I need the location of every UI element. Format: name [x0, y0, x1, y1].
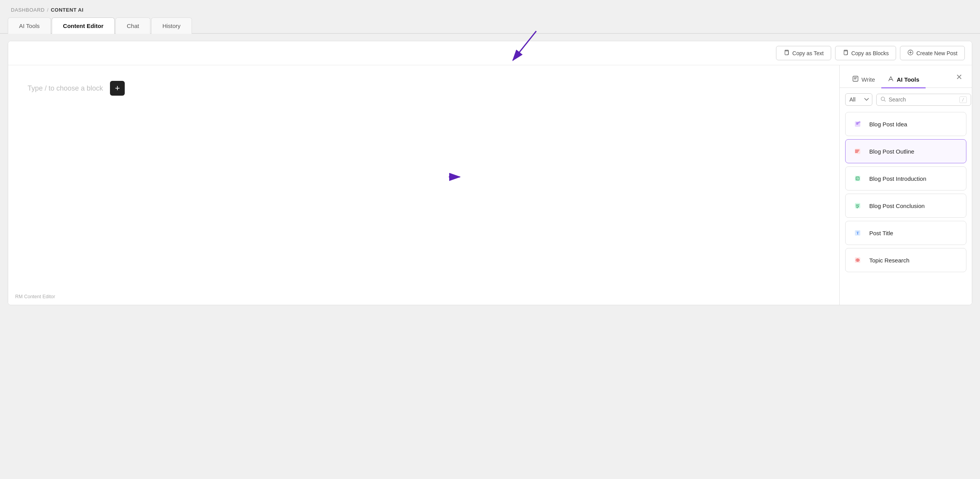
tool-item-topic-research[interactable]: Topic Research [845, 248, 966, 272]
tool-icon-blog-post-conclusion [851, 199, 864, 212]
search-shortcut: / [959, 96, 967, 103]
tool-label-blog-post-conclusion: Blog Post Conclusion [869, 203, 925, 209]
write-tab-label: Write [861, 76, 875, 83]
svg-point-4 [881, 97, 885, 100]
tool-item-blog-post-outline[interactable]: Blog Post Outline [845, 139, 966, 163]
ai-tools-tab-label: AI Tools [897, 76, 919, 83]
tool-item-blog-post-introduction[interactable]: Blog Post Introduction [845, 166, 966, 191]
create-post-icon [907, 49, 914, 57]
editor-placeholder-row: Type / to choose a block + [28, 81, 820, 96]
tab-history[interactable]: History [151, 17, 192, 34]
search-box: / [876, 94, 971, 106]
tool-icon-blog-post-idea [851, 117, 864, 131]
close-panel-button[interactable]: ✕ [953, 72, 966, 82]
tool-label-topic-research: Topic Research [869, 257, 909, 264]
tool-icon-blog-post-outline [851, 145, 864, 158]
add-block-button[interactable]: + [110, 81, 125, 96]
panels: Type / to choose a block + RM Content Ed… [8, 65, 972, 305]
tool-icon-blog-post-introduction [851, 172, 864, 185]
write-icon [852, 75, 859, 84]
tool-label-post-title: Post Title [869, 230, 893, 236]
tool-icon-post-title: T [851, 226, 864, 240]
toolbar: Copy as Text Copy as Blocks [8, 41, 972, 65]
svg-text:T: T [856, 231, 859, 235]
search-icon [881, 96, 886, 103]
breadcrumb-dashboard: DASHBOARD [11, 7, 45, 13]
breadcrumb-separator: / [47, 7, 49, 13]
ai-tools-icon [888, 75, 894, 84]
tab-ai-tools[interactable]: AI Tools [8, 17, 51, 34]
copy-as-blocks-button[interactable]: Copy as Blocks [835, 46, 896, 60]
svg-point-8 [855, 150, 856, 150]
tools-list: Blog Post IdeaBlog Post OutlineBlog Post… [840, 110, 972, 278]
editor-placeholder: Type / to choose a block [28, 84, 103, 93]
tab-ai-tools-panel[interactable]: AI Tools [881, 72, 926, 88]
editor-panel[interactable]: Type / to choose a block + RM Content Ed… [8, 65, 840, 305]
tool-label-blog-post-idea: Blog Post Idea [869, 121, 907, 128]
editor-footer: RM Content Editor [15, 294, 55, 299]
tool-item-post-title[interactable]: TPost Title [845, 221, 966, 245]
copy-as-text-button[interactable]: Copy as Text [776, 46, 831, 60]
tab-content-editor[interactable]: Content Editor [52, 17, 115, 34]
tool-label-blog-post-outline: Blog Post Outline [869, 148, 914, 155]
filter-select[interactable]: All Blog SEO Social [845, 93, 872, 106]
svg-point-10 [855, 152, 856, 153]
svg-rect-11 [855, 176, 860, 181]
ai-tools-panel: Write AI Tools ✕ [840, 65, 972, 305]
svg-point-18 [857, 260, 858, 261]
tab-write[interactable]: Write [846, 72, 881, 88]
breadcrumb-current: CONTENT AI [51, 7, 84, 13]
ai-tools-header: Write AI Tools ✕ [840, 65, 972, 88]
breadcrumb: DASHBOARD / CONTENT AI [0, 0, 980, 17]
copy-text-icon [783, 49, 790, 57]
main-area: Copy as Text Copy as Blocks [8, 41, 972, 305]
tabs-row: AI Tools Content Editor Chat History [0, 17, 980, 34]
tool-item-blog-post-conclusion[interactable]: Blog Post Conclusion [845, 194, 966, 218]
svg-point-9 [855, 151, 856, 152]
search-row: All Blog SEO Social / [840, 88, 972, 110]
tool-icon-topic-research [851, 253, 864, 267]
copy-blocks-icon [842, 49, 849, 57]
tab-chat[interactable]: Chat [115, 17, 150, 34]
create-new-post-button[interactable]: Create New Post [900, 46, 965, 60]
tool-item-blog-post-idea[interactable]: Blog Post Idea [845, 112, 966, 136]
tool-label-blog-post-introduction: Blog Post Introduction [869, 175, 926, 182]
svg-point-6 [859, 121, 861, 123]
search-input[interactable] [889, 96, 957, 103]
